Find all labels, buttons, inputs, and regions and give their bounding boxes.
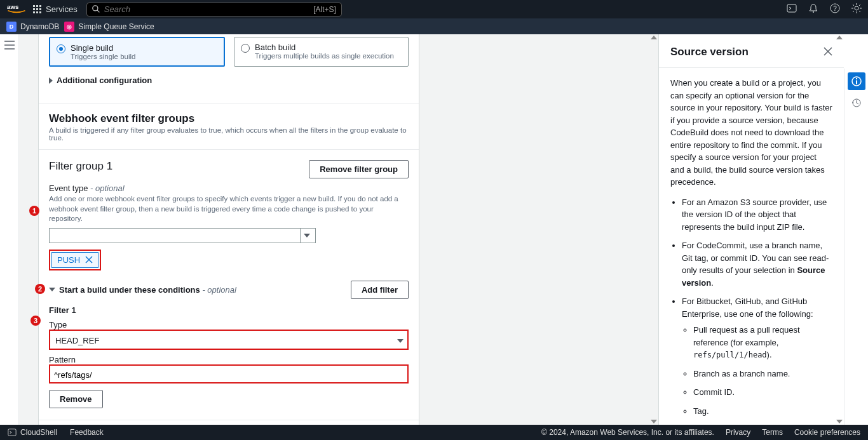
chevron-down-icon (304, 234, 310, 237)
services-link[interactable]: Services (46, 4, 78, 14)
privacy-link[interactable]: Privacy (726, 428, 750, 437)
cloudshell-label: CloudShell (20, 428, 57, 437)
hamburger-icon[interactable] (4, 41, 15, 425)
svg-rect-36 (8, 429, 16, 436)
remove-filter-button[interactable]: Remove (49, 390, 103, 408)
favorite-sqs[interactable]: ◎ Simple Queue Service (64, 22, 154, 32)
svg-point-13 (813, 11, 814, 13)
callout-2: 2 (35, 284, 45, 294)
close-help-panel-icon[interactable] (824, 47, 832, 58)
event-type-tag-label: PUSH (57, 255, 80, 265)
batch-build-title: Batch build (255, 43, 394, 52)
svg-rect-34 (856, 78, 857, 79)
help-panel: Source version When you create a build o… (658, 34, 844, 425)
single-build-radio[interactable]: Single build Triggers single build (49, 37, 225, 67)
remove-tag-icon[interactable] (85, 256, 93, 263)
start-conditions-expander[interactable]: Start a build under these conditions - o… (49, 285, 236, 295)
svg-rect-8 (36, 11, 38, 13)
svg-rect-2 (36, 5, 38, 7)
additional-config-expander[interactable]: Additional configuration (39, 67, 419, 94)
scroll-up-icon[interactable] (651, 36, 657, 39)
favorite-dynamodb-label: DynamoDB (20, 22, 59, 31)
dont-start-conditions-expander[interactable]: Don't start a build under these conditio… (39, 420, 419, 425)
filter-group-title: Filter group 1 (49, 160, 112, 173)
svg-rect-4 (33, 8, 35, 10)
svg-rect-9 (39, 11, 41, 13)
filter-type-label: Type (49, 320, 409, 330)
event-type-help: Add one or more webhook event filter gro… (49, 194, 409, 224)
scroll-up-icon[interactable] (836, 36, 843, 39)
favorite-sqs-label: Simple Queue Service (78, 22, 154, 31)
notifications-icon[interactable] (808, 3, 818, 15)
single-build-subtitle: Triggers single build (71, 53, 135, 60)
callout-3: 3 (31, 316, 41, 326)
help-sub-branch: Branch as a branch name. (693, 368, 832, 380)
help-list-s3: For an Amazon S3 source provider, use th… (682, 196, 832, 234)
help-sub-tag: Tag. (693, 405, 832, 418)
filter-type-value: HEAD_REF (55, 336, 99, 345)
terms-link[interactable]: Terms (762, 428, 783, 437)
svg-rect-3 (39, 5, 41, 7)
help-list-bitbucket: For Bitbucket, GitHub, and GitHub Enterp… (682, 295, 832, 417)
svg-rect-12 (787, 4, 796, 12)
event-type-select[interactable] (49, 228, 316, 243)
svg-line-21 (853, 4, 854, 6)
chevron-down-icon (49, 288, 55, 291)
chevron-down-icon (397, 339, 403, 343)
svg-rect-1 (33, 5, 35, 7)
svg-text:aws: aws (7, 3, 19, 10)
aws-logo-icon[interactable]: aws (6, 3, 27, 16)
svg-point-16 (855, 6, 858, 10)
callout-1: 1 (29, 206, 39, 216)
cloudshell-icon[interactable] (787, 3, 797, 15)
history-panel-toggle[interactable] (848, 94, 865, 112)
favorite-dynamodb[interactable]: D DynamoDB (6, 22, 59, 32)
svg-rect-6 (39, 8, 41, 10)
filter-type-select[interactable]: HEAD_REF (50, 333, 407, 349)
svg-line-22 (859, 11, 860, 12)
svg-line-23 (853, 11, 854, 12)
svg-rect-33 (856, 81, 857, 84)
svg-text:?: ? (833, 5, 837, 12)
chevron-right-icon (49, 77, 53, 84)
scroll-down-icon[interactable] (836, 420, 843, 423)
svg-point-10 (93, 6, 98, 11)
single-build-title: Single build (71, 43, 135, 53)
svg-line-24 (859, 4, 860, 6)
services-grid-icon[interactable] (33, 5, 42, 14)
cookies-link[interactable]: Cookie preferences (794, 428, 860, 437)
main-content: Single build Triggers single build Batch… (19, 34, 658, 425)
global-search[interactable]: [Alt+S] (86, 3, 342, 17)
cloudshell-footer-button[interactable]: CloudShell (8, 428, 57, 437)
info-panel-toggle[interactable] (848, 72, 865, 90)
service-favorites-bar: D DynamoDB ◎ Simple Queue Service (0, 18, 868, 34)
help-sub-pr: Pull request as a pull request reference… (693, 324, 832, 361)
filter1-heading: Filter 1 (49, 305, 409, 315)
sqs-icon: ◎ (64, 22, 74, 32)
help-panel-title: Source version (670, 46, 749, 58)
svg-rect-7 (33, 11, 35, 13)
settings-icon[interactable] (851, 3, 862, 15)
search-hotkey-hint: [Alt+S] (313, 5, 336, 14)
help-icon[interactable]: ? (830, 3, 840, 15)
search-input[interactable] (104, 4, 313, 14)
filter-pattern-label: Pattern (49, 355, 409, 364)
feedback-link[interactable]: Feedback (70, 428, 104, 437)
left-nav-rail (0, 34, 19, 425)
scroll-down-icon[interactable] (651, 420, 657, 423)
help-paragraph: When you create a build or a project, yo… (670, 77, 832, 189)
webhook-config-card: Single build Triggers single build Batch… (38, 34, 419, 425)
event-type-label: Event type - optional (49, 183, 125, 193)
copyright-text: © 2024, Amazon Web Services, Inc. or its… (541, 428, 714, 437)
add-filter-button[interactable]: Add filter (351, 281, 409, 299)
webhook-section-desc: A build is triggered if any filter group… (49, 126, 409, 142)
right-tool-rail (844, 69, 868, 425)
top-nav: aws Services [Alt+S] ? (0, 0, 868, 18)
remove-filter-group-button[interactable]: Remove filter group (309, 160, 409, 178)
filter-pattern-input[interactable] (50, 368, 407, 382)
dynamodb-icon: D (6, 22, 17, 32)
svg-rect-5 (36, 8, 38, 10)
additional-config-label: Additional configuration (57, 76, 152, 85)
webhook-section-title: Webhook event filter groups (49, 112, 409, 125)
batch-build-radio[interactable]: Batch build Triggers multiple builds as … (234, 37, 409, 67)
